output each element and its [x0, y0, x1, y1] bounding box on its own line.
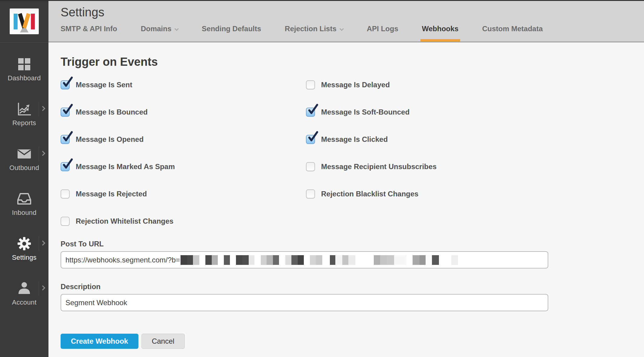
event-message-recipient-unsubscribes[interactable]: Message Recipient Unsubscribes: [306, 153, 644, 180]
sidebar-item-dashboard[interactable]: Dashboard: [0, 53, 48, 98]
event-message-is-clicked[interactable]: Message Is Clicked: [306, 126, 644, 153]
redaction-block: [451, 255, 458, 265]
redaction-block: [348, 255, 355, 265]
account-icon: [17, 282, 31, 295]
sidebar-item-account[interactable]: Account: [0, 277, 48, 322]
description-input[interactable]: Segment Webhook: [61, 294, 548, 311]
section-heading: Trigger on Events: [61, 55, 644, 68]
chevron-right-icon: [40, 106, 45, 111]
mandrill-m-logo-icon: [10, 8, 39, 34]
redaction-block: [355, 255, 374, 265]
checkbox-unchecked[interactable]: [61, 189, 70, 199]
event-label: Message Is Clicked: [321, 135, 388, 144]
tab-label: Rejection Lists: [285, 25, 337, 33]
redaction-block: [285, 255, 291, 265]
redaction-block: [199, 255, 205, 265]
chevron-right-icon: [40, 241, 45, 246]
redaction-block: [420, 255, 426, 265]
cancel-button[interactable]: Cancel: [141, 334, 185, 349]
redaction-block: [316, 255, 322, 265]
event-message-is-rejected[interactable]: Message Is Rejected: [61, 180, 306, 208]
post-to-url-input[interactable]: https://webhooks.segment.com/?b=: [61, 251, 548, 269]
redaction-block: [322, 255, 330, 265]
dashboard-icon: [17, 57, 31, 71]
event-rejection-whitelist-changes[interactable]: Rejection Whitelist Changes: [61, 208, 306, 235]
redaction-block: [218, 255, 224, 265]
sidebar-item-reports[interactable]: Reports: [0, 98, 48, 143]
header: Settings SMTP & API InfoDomainsSending D…: [48, 0, 644, 42]
sidebar-item-settings[interactable]: Settings: [0, 232, 48, 277]
event-label: Rejection Whitelist Changes: [76, 217, 174, 225]
checkbox-checked[interactable]: [61, 135, 70, 144]
redaction-block: [380, 255, 387, 265]
description-value: Segment Webhook: [65, 299, 127, 307]
redaction-block: [279, 255, 285, 265]
redaction-block: [330, 255, 335, 265]
event-message-is-delayed[interactable]: Message Is Delayed: [306, 71, 644, 98]
event-label: Message Is Bounced: [76, 108, 148, 116]
checkbox-checked[interactable]: [61, 80, 70, 89]
sidebar-item-label: Settings: [12, 254, 36, 262]
tab-label: Domains: [141, 25, 171, 33]
redaction-block: [212, 255, 218, 265]
redaction-block: [181, 255, 187, 265]
event-message-is-marked-as-spam[interactable]: Message Is Marked As Spam: [61, 153, 306, 180]
checkbox-unchecked[interactable]: [306, 80, 315, 89]
event-rejection-blacklist-changes[interactable]: Rejection Blacklist Changes: [306, 180, 644, 208]
description-label: Description: [61, 282, 644, 291]
event-label: Message Recipient Unsubscribes: [321, 162, 437, 171]
redaction-block: [224, 255, 230, 265]
redaction-block: [193, 255, 199, 265]
redaction-block: [387, 255, 394, 265]
chevron-down-icon: [174, 27, 179, 31]
event-message-is-opened[interactable]: Message Is Opened: [61, 126, 306, 153]
checkbox-unchecked[interactable]: [306, 189, 315, 199]
redaction-block: [407, 255, 413, 265]
tab-domains[interactable]: Domains: [141, 25, 178, 42]
checkbox-unchecked[interactable]: [306, 162, 315, 171]
event-message-is-sent[interactable]: Message Is Sent: [61, 71, 306, 98]
tab-smtp-api-info[interactable]: SMTP & API Info: [61, 25, 117, 42]
redaction-block: [273, 255, 279, 265]
checkbox-checked[interactable]: [306, 108, 315, 117]
tab-label: Custom Metadata: [482, 25, 543, 33]
url-value-prefix: https://webhooks.segment.com/?b=: [65, 256, 180, 264]
create-webhook-button[interactable]: Create Webhook: [61, 334, 138, 349]
sidebar-item-inbound[interactable]: Inbound: [0, 188, 48, 232]
checkbox-checked[interactable]: [306, 135, 315, 144]
chevron-right-icon: [40, 285, 45, 291]
checkbox-unchecked[interactable]: [61, 217, 70, 226]
redaction-block: [394, 255, 407, 265]
sidebar-item-label: Reports: [12, 119, 36, 127]
sidebar-nav: Dashboard Reports Outbound Inbound: [0, 43, 48, 322]
checkbox-checked[interactable]: [61, 162, 70, 171]
event-label: Message Is Marked As Spam: [76, 162, 175, 171]
checkbox-checked[interactable]: [61, 108, 70, 117]
redaction-block: [413, 255, 420, 265]
outbound-icon: [17, 147, 31, 161]
window-top-strip: [0, 0, 644, 1]
event-message-is-bounced[interactable]: Message Is Bounced: [61, 98, 306, 126]
sidebar: Dashboard Reports Outbound Inbound: [0, 0, 48, 357]
mandrill-logo[interactable]: [0, 0, 48, 43]
tab-sending-defaults[interactable]: Sending Defaults: [202, 25, 261, 42]
redaction-block: [230, 255, 236, 265]
event-label: Message Is Rejected: [76, 190, 147, 198]
redaction-block: [267, 255, 273, 265]
redaction-block: [304, 255, 310, 265]
redaction-block: [426, 255, 432, 265]
events-checkbox-grid: Message Is Sent Message Is Bounced Messa…: [61, 71, 644, 235]
tab-webhooks[interactable]: Webhooks: [422, 25, 459, 42]
sidebar-item-outbound[interactable]: Outbound: [0, 143, 48, 188]
redaction-block: [249, 255, 254, 265]
event-message-is-soft-bounced[interactable]: Message Is Soft-Bounced: [306, 98, 644, 126]
tab-label: Sending Defaults: [202, 25, 261, 33]
tab-label: SMTP & API Info: [61, 25, 117, 33]
tab-custom-metadata[interactable]: Custom Metadata: [482, 25, 543, 42]
redaction-block: [261, 255, 267, 265]
redaction-block: [291, 255, 298, 265]
tab-rejection-lists[interactable]: Rejection Lists: [285, 25, 343, 42]
settings-icon: [17, 237, 31, 251]
settings-tabs: SMTP & API InfoDomainsSending DefaultsRe…: [61, 25, 566, 42]
tab-api-logs[interactable]: API Logs: [367, 25, 398, 42]
